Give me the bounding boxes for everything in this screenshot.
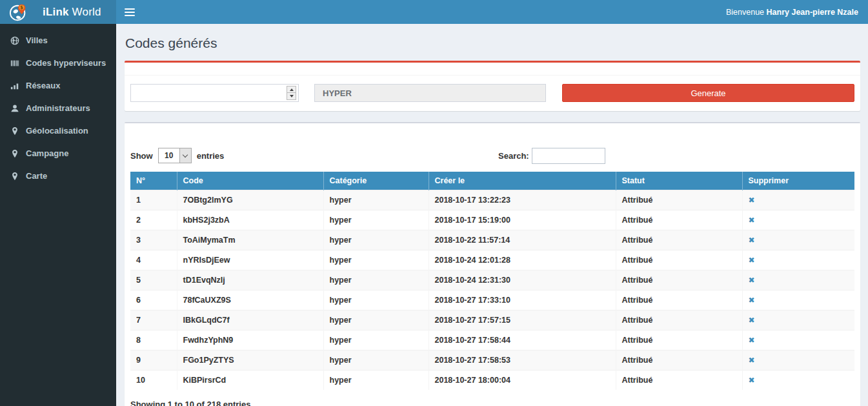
code-value: tD1EvqNzIj bbox=[177, 270, 323, 290]
search-label: Search: bbox=[498, 151, 529, 161]
delete-icon[interactable]: ✖ bbox=[749, 336, 755, 345]
code-value: FGo1PyZTYS bbox=[177, 350, 323, 370]
delete-icon[interactable]: ✖ bbox=[749, 216, 755, 225]
sidebar-item-carte[interactable]: Carte bbox=[0, 165, 116, 187]
table-row: 2 kbHS2j3zbA hyper 2018-10-17 15:19:00 A… bbox=[130, 210, 854, 230]
row-number: 4 bbox=[130, 250, 177, 270]
codes-table: N° Code Catégorie Créer le Statut Suppri… bbox=[130, 172, 854, 390]
delete-icon[interactable]: ✖ bbox=[749, 256, 755, 265]
svg-text:$: $ bbox=[20, 5, 23, 10]
sidebar-item-campagne[interactable]: Campagne bbox=[0, 142, 116, 165]
delete-icon[interactable]: ✖ bbox=[749, 376, 755, 385]
sidebar-item-g-olocalisation[interactable]: Géolocalisation bbox=[0, 119, 116, 142]
status-value: Attribué bbox=[616, 290, 742, 310]
status-value: Attribué bbox=[616, 210, 742, 230]
created-date: 2018-10-24 12:31:30 bbox=[429, 270, 616, 290]
category-value: hyper bbox=[323, 290, 429, 310]
row-number: 3 bbox=[130, 230, 177, 250]
quantity-input[interactable] bbox=[130, 84, 299, 102]
ilink-globe-logo-icon: $ bbox=[9, 3, 28, 22]
column-header-statut[interactable]: Statut bbox=[616, 172, 742, 190]
delete-icon[interactable]: ✖ bbox=[749, 276, 755, 285]
stepper-down-icon[interactable] bbox=[287, 93, 296, 99]
stepper-up-icon[interactable] bbox=[287, 86, 296, 93]
barcode-icon bbox=[10, 58, 20, 68]
status-value: Attribué bbox=[616, 270, 742, 290]
category-value: hyper bbox=[323, 370, 429, 391]
sidebar-item-r-seaux[interactable]: Réseaux bbox=[0, 74, 116, 97]
codes-table-box: Show 10 entries Search: N° Code Catégori… bbox=[125, 122, 860, 406]
category-value: hyper bbox=[323, 250, 429, 270]
status-value: Attribué bbox=[616, 370, 742, 391]
delete-icon[interactable]: ✖ bbox=[749, 356, 755, 365]
code-value: KiBPirsrCd bbox=[177, 370, 323, 391]
generate-button[interactable]: Generate bbox=[562, 84, 854, 102]
sidebar-item-codes-hyperviseurs[interactable]: Codes hyperviseurs bbox=[0, 52, 116, 74]
column-header-supprimer[interactable]: Supprimer bbox=[742, 172, 854, 190]
table-row: 1 7OBtg2lmYG hyper 2018-10-17 13:22:23 A… bbox=[130, 190, 854, 210]
column-header-categorie[interactable]: Catégorie bbox=[323, 172, 429, 190]
code-value: FwdhzYphN9 bbox=[177, 330, 323, 350]
map-marker-icon bbox=[10, 148, 20, 159]
delete-icon[interactable]: ✖ bbox=[749, 316, 755, 325]
page-title: Codes générés bbox=[125, 36, 860, 51]
main-content: Codes générés Generate Show 10 bbox=[116, 24, 868, 406]
row-number: 5 bbox=[130, 270, 177, 290]
created-date: 2018-10-17 13:22:23 bbox=[429, 190, 616, 210]
sidebar-item-administrateurs[interactable]: Administrateurs bbox=[0, 97, 116, 119]
created-date: 2018-10-27 17:58:44 bbox=[429, 330, 616, 350]
column-header-code[interactable]: Code bbox=[177, 172, 323, 190]
search-input[interactable] bbox=[532, 148, 605, 164]
table-row: 7 IBkGLqdC7f hyper 2018-10-27 17:57:15 A… bbox=[130, 310, 854, 330]
signal-bars-icon bbox=[10, 81, 20, 91]
welcome-text: Bienvenue Hanry Jean-pierre Nzale bbox=[726, 8, 858, 17]
table-row: 10 KiBPirsrCd hyper 2018-10-27 18:00:04 … bbox=[130, 370, 854, 391]
row-number: 1 bbox=[130, 190, 177, 210]
created-date: 2018-10-27 17:57:15 bbox=[429, 310, 616, 330]
code-value: ToAiMymaTm bbox=[177, 230, 323, 250]
row-number: 7 bbox=[130, 310, 177, 330]
chevron-down-icon bbox=[179, 148, 191, 163]
category-value: hyper bbox=[323, 350, 429, 370]
delete-icon[interactable]: ✖ bbox=[749, 196, 755, 205]
delete-icon[interactable]: ✖ bbox=[749, 236, 755, 245]
category-value: hyper bbox=[323, 310, 429, 330]
status-value: Attribué bbox=[616, 330, 742, 350]
row-number: 2 bbox=[130, 210, 177, 230]
status-value: Attribué bbox=[616, 250, 742, 270]
code-value: kbHS2j3zbA bbox=[177, 210, 323, 230]
category-value: hyper bbox=[323, 270, 429, 290]
page-length-value: 10 bbox=[159, 148, 179, 163]
code-value: nYRIsDjEew bbox=[177, 250, 323, 270]
created-date: 2018-10-27 18:00:04 bbox=[429, 370, 616, 391]
globe-icon bbox=[10, 36, 20, 46]
quantity-stepper[interactable] bbox=[287, 86, 296, 100]
table-row: 9 FGo1PyZTYS hyper 2018-10-27 17:58:53 A… bbox=[130, 350, 854, 370]
row-number: 10 bbox=[130, 370, 177, 391]
user-name: Hanry Jean-pierre Nzale bbox=[767, 8, 858, 17]
row-number: 6 bbox=[130, 290, 177, 310]
page-length-select[interactable]: 10 bbox=[158, 148, 192, 163]
table-row: 6 78fCaUXZ9S hyper 2018-10-27 17:33:10 A… bbox=[130, 290, 854, 310]
delete-icon[interactable]: ✖ bbox=[749, 296, 755, 305]
status-value: Attribué bbox=[616, 230, 742, 250]
category-value: hyper bbox=[323, 230, 429, 250]
map-marker-icon bbox=[10, 171, 20, 181]
table-row: 3 ToAiMymaTm hyper 2018-10-22 11:57:14 A… bbox=[130, 230, 854, 250]
brand-title: iLink World bbox=[43, 6, 101, 19]
table-header-row: N° Code Catégorie Créer le Statut Suppri… bbox=[130, 172, 854, 190]
logo-area[interactable]: $ iLink World bbox=[0, 0, 116, 24]
code-value: 7OBtg2lmYG bbox=[177, 190, 323, 210]
status-value: Attribué bbox=[616, 350, 742, 370]
created-date: 2018-10-27 17:33:10 bbox=[429, 290, 616, 310]
sidebar-nav: Villes Codes hyperviseurs Réseaux Admini… bbox=[0, 24, 116, 406]
sidebar-toggle-icon[interactable] bbox=[125, 6, 135, 18]
category-value: hyper bbox=[323, 330, 429, 350]
status-value: Attribué bbox=[616, 190, 742, 210]
status-value: Attribué bbox=[616, 310, 742, 330]
generator-box-header bbox=[125, 63, 860, 76]
column-header-numero[interactable]: N° bbox=[130, 172, 177, 190]
sidebar-item-villes[interactable]: Villes bbox=[0, 29, 116, 52]
column-header-creer-le[interactable]: Créer le bbox=[429, 172, 616, 190]
table-row: 4 nYRIsDjEew hyper 2018-10-24 12:01:28 A… bbox=[130, 250, 854, 270]
